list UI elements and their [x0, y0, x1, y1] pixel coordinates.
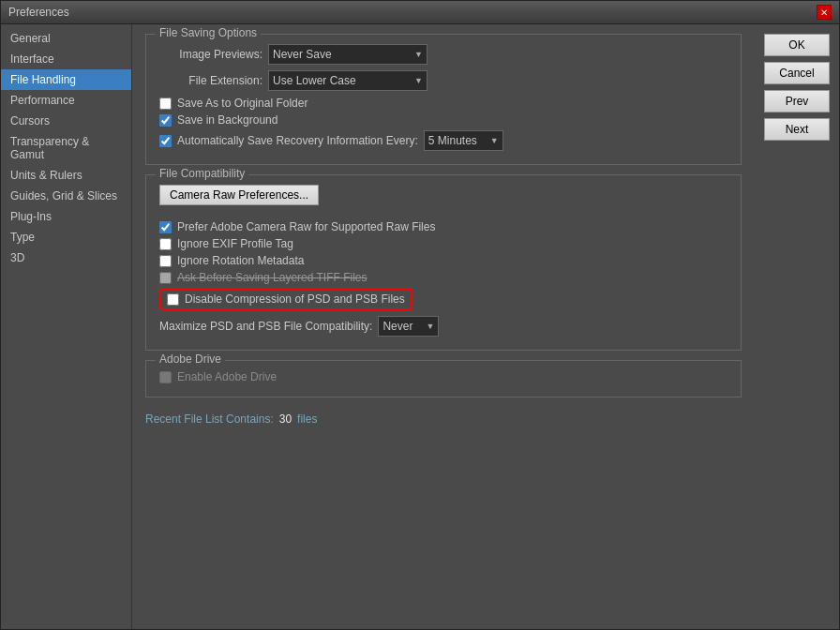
ask-before-saving-label: Ask Before Saving Layered TIFF Files [177, 271, 368, 284]
recent-files-label: Recent File List Contains: [145, 412, 274, 426]
disable-compression-highlight-wrap: Disable Compression of PSD and PSB Files [159, 288, 728, 310]
ignore-rotation-checkbox[interactable] [159, 255, 172, 267]
save-in-background-row: Save in Background [159, 113, 728, 127]
main-area: File Saving Options Image Previews: Neve… [132, 24, 755, 629]
sidebar-item-3d[interactable]: 3D [1, 248, 131, 268]
sidebar-item-guides-grid--slices[interactable]: Guides, Grid & Slices [1, 186, 131, 206]
ignore-rotation-row: Ignore Rotation Metadata [159, 254, 728, 267]
right-buttons: OK Cancel Prev Next [755, 24, 839, 629]
save-in-background-label: Save in Background [177, 113, 278, 127]
ignore-rotation-label: Ignore Rotation Metadata [177, 254, 304, 267]
recent-files-suffix: files [297, 412, 317, 426]
maximize-psd-select[interactable]: Never Always Ask [378, 316, 439, 337]
ok-button[interactable]: OK [764, 34, 830, 56]
file-saving-label: File Saving Options [156, 26, 261, 39]
file-saving-section: File Saving Options Image Previews: Neve… [145, 34, 742, 165]
auto-save-checkbox[interactable] [159, 135, 172, 147]
disable-compression-highlight: Disable Compression of PSD and PSB Files [159, 288, 412, 310]
sidebar-item-units--rulers[interactable]: Units & Rulers [1, 165, 131, 186]
auto-save-select[interactable]: 5 Minutes 10 Minutes 15 Minutes 30 Minut… [424, 130, 503, 151]
save-as-original-checkbox[interactable] [159, 98, 172, 110]
ignore-exif-row: Ignore EXIF Profile Tag [159, 237, 728, 250]
image-previews-select-wrap: Never Save Always Save Ask When Saving [268, 44, 428, 65]
adobe-drive-label: Adobe Drive [156, 352, 225, 366]
sidebar-item-general[interactable]: General [1, 28, 131, 49]
image-previews-row: Image Previews: Never Save Always Save A… [159, 44, 728, 65]
cancel-button[interactable]: Cancel [764, 62, 830, 84]
camera-raw-button[interactable]: Camera Raw Preferences... [159, 185, 319, 205]
sidebar-item-transparency--gamut[interactable]: Transparency & Gamut [1, 131, 131, 165]
prefer-adobe-raw-label: Prefer Adobe Camera Raw for Supported Ra… [177, 220, 435, 233]
prefer-adobe-raw-checkbox[interactable] [159, 221, 172, 233]
save-as-original-row: Save As to Original Folder [159, 97, 728, 110]
recent-files-count: 30 [279, 412, 292, 426]
ask-before-saving-checkbox[interactable] [159, 272, 172, 284]
adobe-drive-section: Adobe Drive Enable Adobe Drive [145, 360, 742, 398]
prefer-adobe-raw-row: Prefer Adobe Camera Raw for Supported Ra… [159, 220, 728, 233]
sidebar-item-performance[interactable]: Performance [1, 90, 131, 111]
ask-before-saving-row: Ask Before Saving Layered TIFF Files [159, 271, 728, 284]
sidebar-item-file-handling[interactable]: File Handling [1, 69, 131, 90]
image-previews-select[interactable]: Never Save Always Save Ask When Saving [268, 44, 428, 65]
auto-save-row: Automatically Save Recovery Information … [159, 130, 728, 151]
enable-adobe-drive-row: Enable Adobe Drive [159, 370, 728, 383]
file-compatibility-label: File Compatibility [156, 167, 248, 180]
preferences-window: Preferences ✕ GeneralInterfaceFile Handl… [0, 0, 840, 630]
ignore-exif-checkbox[interactable] [159, 238, 172, 250]
file-extension-row: File Extension: Use Lower Case Use Upper… [159, 70, 728, 91]
close-button[interactable]: ✕ [817, 5, 832, 20]
sidebar-item-interface[interactable]: Interface [1, 49, 131, 69]
file-compatibility-section: File Compatibility Camera Raw Preference… [145, 174, 742, 351]
next-button[interactable]: Next [764, 118, 830, 141]
maximize-psd-label: Maximize PSD and PSB File Compatibility: [159, 320, 372, 333]
disable-compression-checkbox[interactable] [167, 293, 179, 306]
sidebar: GeneralInterfaceFile HandlingPerformance… [1, 24, 132, 629]
sidebar-item-cursors[interactable]: Cursors [1, 111, 131, 131]
prev-button[interactable]: Prev [764, 90, 830, 112]
disable-compression-label: Disable Compression of PSD and PSB Files [185, 292, 405, 306]
enable-adobe-drive-checkbox[interactable] [159, 371, 172, 383]
maximize-psd-row: Maximize PSD and PSB File Compatibility:… [159, 316, 728, 337]
title-bar: Preferences ✕ [1, 1, 839, 24]
sidebar-item-type[interactable]: Type [1, 227, 131, 248]
sidebar-item-plug-ins[interactable]: Plug-Ins [1, 206, 131, 227]
recent-files-row: Recent File List Contains: 30 files [145, 412, 742, 426]
auto-save-label: Automatically Save Recovery Information … [177, 134, 418, 147]
file-extension-select[interactable]: Use Lower Case Use Upper Case [268, 70, 428, 91]
save-as-original-label: Save As to Original Folder [177, 97, 308, 110]
file-extension-select-wrap: Use Lower Case Use Upper Case [268, 70, 428, 91]
image-previews-label: Image Previews: [159, 48, 262, 61]
window-title: Preferences [8, 6, 69, 19]
camera-raw-btn-wrap: Camera Raw Preferences... [159, 185, 728, 213]
auto-save-select-wrap: 5 Minutes 10 Minutes 15 Minutes 30 Minut… [424, 130, 503, 151]
window-body: GeneralInterfaceFile HandlingPerformance… [1, 24, 839, 629]
maximize-psd-select-wrap: Never Always Ask [378, 316, 439, 337]
file-extension-label: File Extension: [159, 74, 262, 87]
ignore-exif-label: Ignore EXIF Profile Tag [177, 237, 293, 250]
save-in-background-checkbox[interactable] [159, 114, 172, 127]
enable-adobe-drive-label: Enable Adobe Drive [177, 370, 277, 383]
